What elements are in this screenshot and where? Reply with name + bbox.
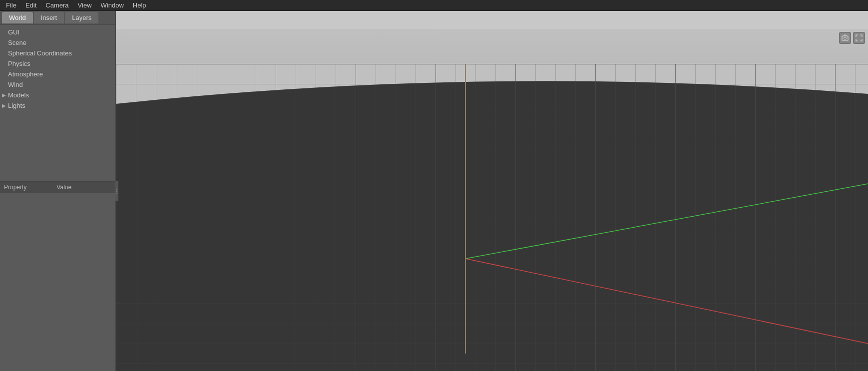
expand-icon-btn[interactable] — [853, 32, 865, 44]
tree-item-spherical-label: Spherical Coordinates — [8, 49, 72, 57]
left-panel: World Insert Layers GUI Scene Spherical … — [0, 11, 116, 371]
main-layout: World Insert Layers GUI Scene Spherical … — [0, 11, 868, 371]
tree-item-lights-label: Lights — [8, 102, 25, 109]
left-tab-bar: World Insert Layers — [0, 11, 115, 25]
tree-item-physics[interactable]: Physics — [0, 58, 115, 69]
resize-dot-2 — [116, 191, 117, 192]
menu-help[interactable]: Help — [129, 0, 150, 10]
tree-item-physics-label: Physics — [8, 60, 30, 67]
tree-item-scene-label: Scene — [8, 39, 26, 46]
tab-world[interactable]: World — [2, 12, 33, 23]
resize-dot-1 — [116, 189, 117, 190]
svg-rect-30 — [116, 64, 868, 371]
value-col-label: Value — [56, 184, 71, 191]
camera-icon-btn[interactable] — [839, 32, 851, 44]
tree-item-models-label: Models — [8, 91, 29, 99]
tree-area: GUI Scene Spherical Coordinates Physics … — [0, 25, 115, 181]
menu-camera[interactable]: Camera — [41, 0, 72, 10]
tab-layers[interactable]: Layers — [65, 12, 98, 23]
grid-svg — [116, 64, 868, 371]
resize-handle[interactable] — [115, 181, 118, 201]
tree-item-scene[interactable]: Scene — [0, 37, 115, 48]
properties-panel: Property Value — [0, 181, 115, 371]
tree-item-spherical[interactable]: Spherical Coordinates — [0, 48, 115, 58]
tree-item-lights[interactable]: ▶ Lights — [0, 100, 115, 111]
properties-header: Property Value — [0, 182, 115, 193]
tree-item-wind-label: Wind — [8, 81, 23, 88]
menu-edit[interactable]: Edit — [21, 0, 40, 10]
tree-item-gui-label: GUI — [8, 28, 19, 36]
property-col-label: Property — [4, 184, 26, 191]
tree-item-gui[interactable]: GUI — [0, 27, 115, 37]
menu-window[interactable]: Window — [97, 0, 128, 10]
ground-area — [116, 64, 868, 371]
tab-insert[interactable]: Insert — [34, 12, 64, 23]
menu-view[interactable]: View — [74, 0, 96, 10]
menu-bar: File Edit Camera View Window Help — [0, 0, 868, 11]
tree-item-models[interactable]: ▶ Models — [0, 90, 115, 100]
tree-item-atmosphere-label: Atmosphere — [8, 70, 43, 78]
tree-item-wind[interactable]: Wind — [0, 79, 115, 90]
svg-rect-34 — [842, 36, 848, 40]
models-expand-icon: ▶ — [2, 92, 6, 98]
menu-file[interactable]: File — [2, 0, 20, 10]
lights-expand-icon: ▶ — [2, 103, 6, 108]
resize-dot-3 — [116, 193, 117, 194]
viewport: ↖ ✛ ↺ ⤢ ↩ ▾ ↪ ▾ — [116, 11, 868, 371]
scene-canvas[interactable] — [116, 29, 868, 371]
svg-point-35 — [844, 37, 847, 39]
tree-item-atmosphere[interactable]: Atmosphere — [0, 69, 115, 79]
viewport-icons — [839, 32, 865, 44]
